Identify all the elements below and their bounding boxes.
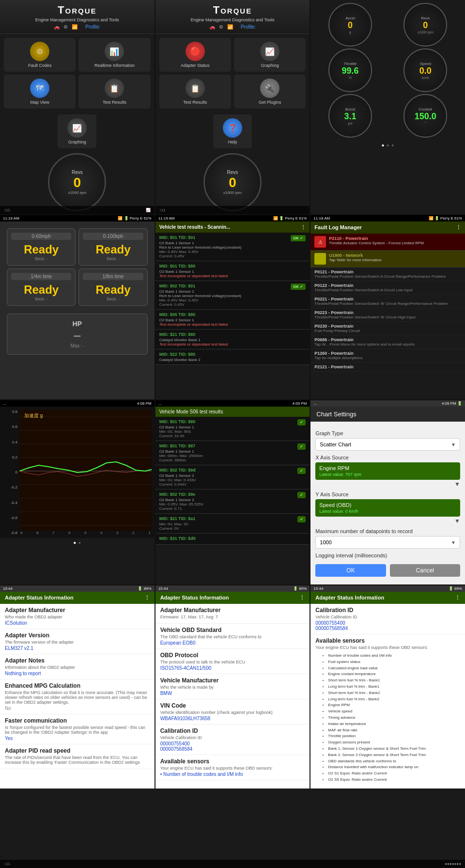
vehicle-obd-standard: Vehicle OBD Standard The OBD standard th… — [155, 624, 310, 649]
fault-log-screen: 11:18 AM 📶 🔋 Perry E 61% Fault Log Manag… — [310, 215, 465, 399]
available-sensors-3: Available sensors Your engine ECU has sa… — [310, 634, 465, 789]
speed-box-eighth: 1/8m time Ready Best: - — [78, 268, 147, 306]
adapter-header-1: Adapter Status Information ⋮ — [0, 592, 155, 604]
speed-box-0100: 0-100kph Ready Best: - — [78, 228, 147, 266]
fault-log-header: Fault Log Manager ⋮ — [310, 221, 465, 234]
torque-screen-3: Accel 0 g Revs 0 x1000 rpm Throttle 99.6… — [310, 0, 465, 214]
adapter-header-2: Adapter Status Information ⋮ — [155, 592, 310, 604]
fault-p0230: P0230 - Powertrain Fuel Pump Primary Cir… — [310, 322, 465, 335]
menu-item-help[interactable]: ❓ Help — [213, 114, 252, 148]
test-item-2: MID: $02 TID: $01 OK ✓ O2 Bank 1 Sensor … — [155, 281, 310, 310]
fault-icon-yellow — [314, 253, 326, 265]
hp-box: HP – Max: - — [7, 314, 148, 355]
chart-settings-body: Graph Type Scatter Chart ▼ X Axis Source… — [310, 422, 465, 582]
calibration-id-3: Calibration ID Vehicle Calibration ID 00… — [310, 604, 465, 634]
dropdown-arrow-datapoints: ▼ — [451, 540, 456, 545]
adapter-icon: 🔴 — [186, 42, 205, 61]
test-items-list: MID: $01 TID: $01 OK ✓ O2 Bank 1 Sensor … — [155, 233, 310, 365]
available-sensors-2: Available sensors Your engine ECU has sa… — [155, 755, 310, 780]
graph-title: 加速度 g — [20, 410, 46, 421]
vin-code: VIN Code Vehicle identification number (… — [155, 699, 310, 725]
dropdown-arrow-x-axis[interactable]: ▼ — [454, 481, 460, 488]
tachometer-area-2: Revs 0 x1000 rpm — [155, 150, 310, 214]
speed-test-grid: 0-60mph Ready Best: - 0-100kph Ready Bes… — [3, 224, 152, 310]
torque-title-1: Torque — [4, 4, 151, 16]
adapter-pid-speed: Adapter PID read speed The rate of PIDs/… — [0, 744, 155, 769]
s06-item-1: MID: $01 TID: $87 ✓ O2 Bank 1 Sensor 1 M… — [155, 441, 310, 465]
ok-button[interactable]: OK — [315, 564, 386, 577]
realtime-icon: 📊 — [105, 42, 124, 61]
menu-item-plugins[interactable]: 🔌 Get Plugins — [234, 75, 306, 109]
adapter-status-bar-3: 15:44 🔋 89% — [310, 585, 465, 592]
torque-header-1: Torque Engine Management Diagnostics and… — [0, 0, 155, 34]
rev-gauge-2: Revs 0 x1000 rpm — [203, 153, 262, 211]
car-icon: 🚗 — [54, 24, 60, 30]
enhanced-mpg: Enhanced MPG Calculation Enhance the MPG… — [0, 679, 155, 714]
s06-item-0: MID: $01 TID: $80 ✓ O2 Bank 1 Sensor 1 M… — [155, 417, 310, 441]
bottom-bar-1: ↕11 📈 — [0, 206, 155, 214]
graph-screen: ... 4:08 PM 0.8 0.6 0.4 0.2 0 -0.2 -0.4 … — [0, 400, 155, 584]
vehicle-manufacturer: Vehicle Manufacturer Who the vehicle is … — [155, 674, 310, 699]
chart-settings-header: Chart Settings — [310, 407, 465, 422]
menu-item-adapter-status[interactable]: 🔴 Adapter Status — [159, 38, 231, 72]
status-bar-chart: ... 4:09 PM 🔋 — [310, 400, 465, 407]
menu-item-test-results[interactable]: 📋 Test Results — [78, 75, 150, 109]
fault-p0221: P0221 - Powertrain Throttle/Pedal Positi… — [310, 295, 465, 308]
cancel-button[interactable]: Cancel — [390, 564, 460, 577]
menu-item-realtime[interactable]: 📊 Realtime Information — [78, 38, 150, 72]
sensors-list: Number of trouble codes and I/M info Fue… — [315, 651, 460, 785]
dropdown-arrow-y-axis[interactable]: ▼ — [454, 518, 460, 524]
menu-item-graphing[interactable]: 📈 Graphing — [58, 114, 96, 148]
obd-protocol: OBD Protocol The protocol used to talk t… — [155, 649, 310, 674]
status-bar-row2: 11:19 AM 📶 🔋 Perry E 61% — [0, 215, 155, 221]
y-axis-input[interactable]: Speed (OBD) Latest value: 0 km/h — [315, 499, 460, 517]
speed-gauge: Speed 0.0 km/h — [403, 48, 447, 92]
boost-gauge: Boost 3.1 psi — [328, 94, 372, 138]
test-item-4: MID: $21 TID: $80 Catalyst Monitor Bank … — [155, 330, 310, 349]
tachometer-area-1: Revs 0 x1000 rpm — [0, 150, 155, 214]
status-bar-fault: 11:18 AM 📶 🔋 Perry E 61% — [310, 215, 465, 221]
adapter-manufacturer: Adapter Manufacturer Who made the OBD2 a… — [0, 604, 155, 629]
graph-type-dropdown[interactable]: Scatter Chart ▼ — [315, 438, 460, 451]
vehicle-test-screen: 11:19 AM 📶 🔋 Perry E 61% Vehicle test re… — [155, 215, 310, 399]
settings-icon-2: ⚙ — [219, 24, 223, 30]
adapter-notes: Adapter Notes Information about the OBD2… — [0, 654, 155, 679]
menu-item-fault-codes[interactable]: ⚙ Fault Codes — [4, 38, 76, 72]
speed-box-quarter: 1/4m time Ready Best: - — [7, 268, 76, 306]
throttle-gauge: Throttle 99.6 % — [328, 48, 372, 92]
dropdown-arrow-graph-type: ▼ — [451, 442, 456, 447]
torque-title-2: Torque — [159, 4, 306, 16]
accel-gauge: Accel 0 g — [328, 3, 372, 47]
gauge-cluster: Accel 0 g Revs 0 x1000 rpm Throttle 99.6… — [310, 0, 465, 141]
mode-s06-screen: ... 4:09 PM Vehicle Mode S06 test result… — [155, 400, 310, 584]
fault-p1260: P1260 - Powertrain Tap for multiple desc… — [310, 349, 465, 363]
test-icon-2: 📋 — [186, 79, 205, 98]
adapter-version: Adapter Version The firmware version of … — [0, 629, 155, 654]
help-icon: ❓ — [223, 118, 242, 138]
fault-p0686: P0686 - Powertrain Tap W... Press Menu f… — [310, 335, 465, 349]
menu-item-map[interactable]: 🗺 Map View — [4, 75, 76, 109]
test-results-header: Vehicle test results - Scannin... ⋮ — [155, 221, 310, 233]
graphing-icon: 📈 — [67, 118, 87, 138]
graph-svg — [19, 410, 152, 531]
max-datapoints-dropdown[interactable]: 1000 ▼ — [315, 536, 460, 549]
menu-item-test-results-2[interactable]: 📋 Test Results — [159, 75, 231, 109]
graph-dot-indicators: ● ● — [0, 538, 155, 547]
fault-p0121: P0121 - Powertrain Throttle/Pedal Positi… — [310, 268, 465, 281]
status-bar-test: 11:19 AM 📶 🔋 Perry E 61% — [155, 215, 310, 221]
faster-comms: Faster communication Is Torque configure… — [0, 714, 155, 744]
adapter-panel-1: 15:44 🔋 89% Adapter Status Information ⋮… — [0, 585, 155, 789]
test-item-3: MID: $05 TID: $80 O2 Bank 2 Sensor 1 Tes… — [155, 310, 310, 330]
test-item-0: MID: $01 TID: $01 OK ✓ O2 Bank 1 Sensor … — [155, 233, 310, 261]
graphing-icon-2: 📈 — [260, 42, 279, 61]
s06-item-2: MID: $02 TID: $9d ✓ O2 Bank 1 Sensor 2 M… — [155, 465, 310, 489]
s06-item-3: MID: $02 TID: $9e ✓ O2 Bank 1 Sensor 2 M… — [155, 489, 310, 514]
adapter-panel-2: 15:44 🔋 89% Adapter Status Information ⋮… — [155, 585, 310, 789]
x-axis-input[interactable]: Engine RPM Latest value: 757 rpm — [315, 462, 460, 480]
menu-item-graphing-2[interactable]: 📈 Graphing — [234, 38, 306, 72]
adapter-header-3: Adapter Status Information ⋮ — [310, 592, 465, 604]
fault-p0122: P0122 - Powertrain Throttle/Pedal Positi… — [310, 281, 465, 295]
coolant-gauge: Coolant 150.0 ° — [403, 94, 447, 138]
test-icon: 📋 — [105, 79, 124, 98]
fault-icon: ⚙ — [30, 42, 49, 61]
